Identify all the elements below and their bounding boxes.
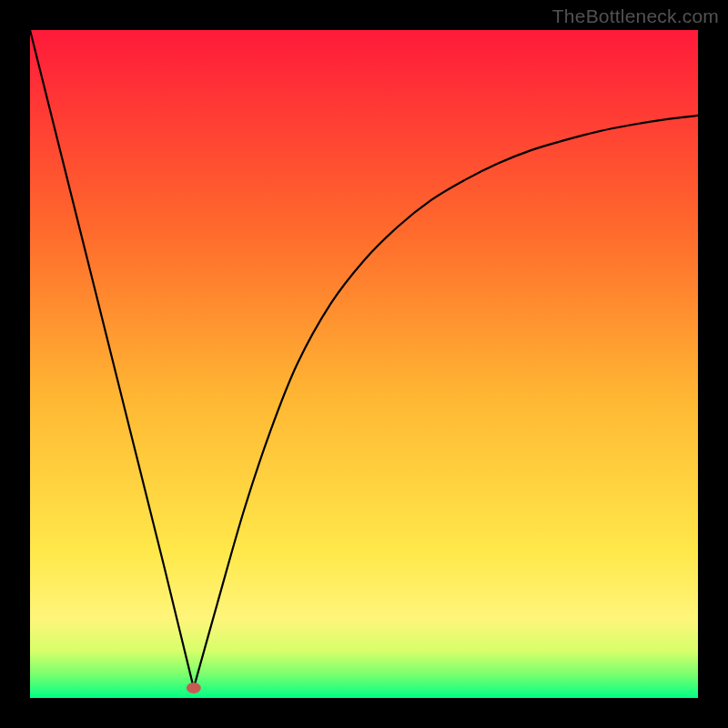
watermark-text: TheBottleneck.com <box>552 5 719 27</box>
chart-svg <box>30 30 698 698</box>
plot-area <box>30 30 698 698</box>
chart-stage: TheBottleneck.com <box>0 0 728 728</box>
minimum-marker <box>187 682 201 693</box>
gradient-background <box>30 30 698 698</box>
